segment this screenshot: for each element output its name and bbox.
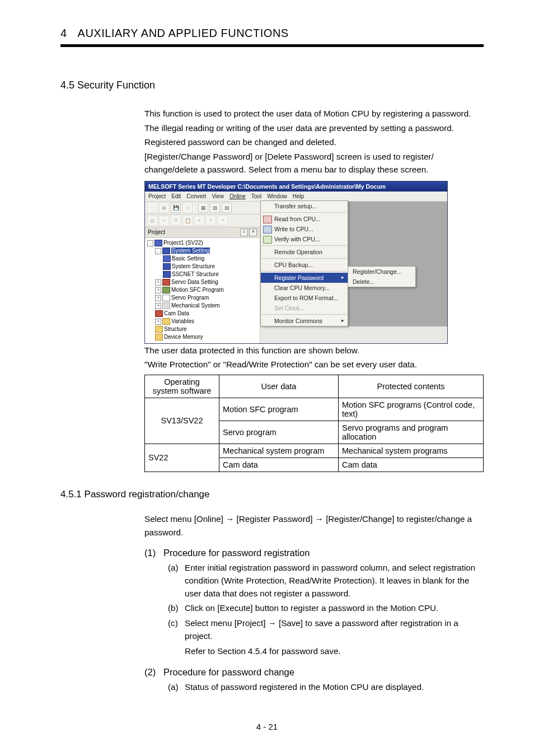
verify-icon (263, 236, 272, 244)
panel-pin-icon[interactable]: ⇩ (240, 228, 248, 236)
toolbar-1: □ ▣ 💾 ⎙ ▦ ▨ ▧ (145, 202, 260, 214)
mi-read[interactable]: Read from CPU... (261, 214, 348, 224)
th-protected: Protected contents (339, 375, 484, 398)
online-dropdown[interactable]: Transfer setup... Read from CPU... Write… (260, 200, 348, 326)
intro-p1: This function is used to protect the use… (144, 107, 484, 120)
mi-setclock: Set Clock... (261, 303, 348, 313)
protection-table: Operatingsystem software User data Prote… (144, 375, 484, 472)
mid-p2: "Write Protection" or "Read/Write Protec… (144, 358, 484, 371)
mi-write[interactable]: Write to CPU... (261, 224, 348, 234)
panel-close-icon[interactable]: ✕ (249, 228, 257, 236)
th-os: Operatingsystem software (145, 375, 219, 398)
intro-p4: [Register/Change Password] or [Delete Pa… (144, 150, 484, 176)
menu-view[interactable]: View (212, 193, 224, 199)
mi-export[interactable]: Export to ROM Format... (261, 293, 348, 303)
mid-p1: The user data protected in this function… (144, 344, 484, 357)
mi-verify[interactable]: Verify with CPU... (261, 234, 348, 244)
proc1-c: (c)Select menu [Project] → [Save] to sav… (168, 617, 484, 643)
menu-project[interactable]: Project (148, 193, 166, 199)
tool-c-icon[interactable]: ▧ (222, 203, 232, 213)
tool-a-icon[interactable]: ▦ (198, 203, 208, 213)
project-tree[interactable]: -Project1 (SV22) -System Setting Basic S… (145, 238, 260, 343)
menu-help[interactable]: Help (293, 193, 305, 199)
menu-edit[interactable]: Edit (171, 193, 181, 199)
submenu-register-change[interactable]: Register/Change... (348, 267, 415, 277)
cell-r1c3: Motion SFC programs (Control code, text) (339, 398, 484, 421)
cell-r3c3: Mechanical system programs (339, 444, 484, 458)
tool-d-icon[interactable]: ▤ (147, 216, 157, 226)
tool-cut-icon[interactable]: ✂ (159, 216, 169, 226)
tool-paste-icon[interactable]: 📋 (182, 216, 193, 226)
project-panel: Project ⇩ ✕ -Project1 (SV22) (145, 227, 260, 343)
tool-open-icon[interactable]: ▣ (159, 203, 169, 213)
mi-monitor[interactable]: Monitor Commons (261, 316, 348, 326)
cell-r4c3: Cam data (339, 458, 484, 472)
cell-r1c2: Motion SFC program (219, 398, 339, 421)
app-screenshot: MELSOFT Series MT Developer C:\Documents… (144, 181, 447, 344)
cell-sv13sv22: SV13/SV22 (145, 398, 219, 444)
read-icon (263, 216, 272, 223)
section-title: 4.5 Security Function (60, 80, 484, 91)
mi-clear[interactable]: Clear CPU Memory... (261, 283, 348, 293)
chapter-header: 4 AUXILIARY AND APPLIED FUNCTIONS (60, 27, 484, 47)
proc2-head: (2) Procedure for password change (144, 667, 484, 678)
tool-print-icon[interactable]: ⎙ (182, 203, 193, 213)
menu-convert[interactable]: Convert (186, 193, 206, 199)
cell-r3c2: Mechanical system program (219, 444, 339, 458)
cell-sv22: SV22 (145, 444, 219, 472)
app-titlebar: MELSOFT Series MT Developer C:\Documents… (145, 181, 447, 192)
mi-backup[interactable]: CPU Backup... (261, 260, 348, 270)
proc2-a: (a)Status of password registered in the … (168, 681, 484, 694)
th-userdata: User data (219, 375, 339, 398)
menu-online[interactable]: Online (229, 193, 246, 199)
proc1-a: (a)Enter initial registration password i… (168, 562, 484, 600)
write-icon (263, 226, 272, 234)
app-client-area (348, 202, 447, 326)
register-submenu[interactable]: Register/Change... Delete... (348, 266, 416, 287)
panel-title: Project (148, 229, 165, 235)
cell-r2c3: Servo programs and program allocation (339, 421, 484, 444)
page-number: 4 - 21 (0, 722, 534, 731)
subsection-title: 4.5.1 Password registration/change (60, 489, 484, 500)
cell-r2c2: Servo program (219, 421, 339, 444)
tool-new-icon[interactable]: □ (147, 203, 157, 213)
toolbar-2: ▤ ✂ ⧉ 📋 ✕ ↶ ↷ (145, 214, 260, 227)
intro-p2: The illegal reading or writing of the us… (144, 122, 484, 135)
tool-b-icon[interactable]: ▨ (210, 203, 220, 213)
mi-remote[interactable]: Remote Operation (261, 247, 348, 257)
tool-copy-icon[interactable]: ⧉ (171, 216, 181, 226)
chapter-number: 4 (60, 27, 67, 40)
menu-window[interactable]: Window (267, 193, 287, 199)
chapter-title: AUXILIARY AND APPLIED FUNCTIONS (78, 27, 289, 39)
tool-save-icon[interactable]: 💾 (171, 203, 181, 213)
tool-undo-icon[interactable]: ↶ (206, 216, 216, 226)
menu-tool[interactable]: Tool (251, 193, 261, 199)
tool-del-icon[interactable]: ✕ (194, 216, 204, 226)
cell-r4c2: Cam data (219, 458, 339, 472)
submenu-delete[interactable]: Delete... (348, 277, 415, 287)
tool-redo-icon[interactable]: ↷ (218, 216, 228, 226)
mi-transfer[interactable]: Transfer setup... (261, 201, 348, 211)
intro-p3: Registered password can be changed and d… (144, 136, 484, 149)
proc1-c2: Refer to Section 4.5.4 for password save… (185, 645, 484, 658)
proc1-head: (1) Procedure for password registration (144, 548, 484, 558)
proc1-b: (b)Click on [Execute] button to register… (168, 602, 484, 615)
sub-intro: Select menu [Online] → [Register Passwor… (144, 512, 484, 539)
mi-register-password[interactable]: Register Password (261, 273, 348, 283)
